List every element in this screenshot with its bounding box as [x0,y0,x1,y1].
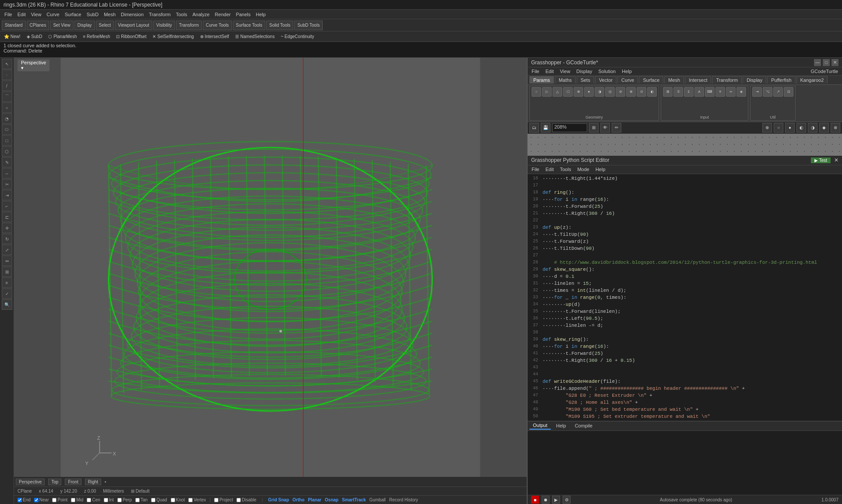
snap-smarttrack[interactable]: SmartTrack [342,497,366,502]
point-tool[interactable]: · [2,70,12,80]
output-tab-help[interactable]: Help [553,422,570,429]
freeform-tool[interactable]: ✎ [2,157,12,168]
snap-vertex[interactable]: Vertex [188,497,206,502]
gh-menu-solution[interactable]: Solution [596,68,618,74]
gh-icon-inf[interactable]: ∞ [726,87,736,97]
snap-gridsnap[interactable]: Grid Snap [268,497,289,502]
gh-canvas-btn-right7[interactable]: ⊗ [831,123,840,133]
gh-icon-grid[interactable]: ⊞ [663,87,673,97]
toolbar-standard[interactable]: Standard [2,21,26,30]
gh-tab-pufferfish[interactable]: Pufferfish [767,76,795,84]
gh-tab-sets[interactable]: Sets [577,76,594,84]
offset-tool[interactable]: ⊏ [2,212,12,222]
gh-canvas-btn-save[interactable]: 💾 [541,123,550,133]
gh-icon-triangle[interactable]: △ [553,87,562,97]
snap-record-history[interactable]: Record History [389,497,418,502]
gh-icon-slash[interactable]: ⊘ [616,87,625,97]
gh-icon-circle[interactable]: ○ [532,87,541,97]
gh-icon-ne[interactable]: ↗ [773,87,783,97]
gh-icon-option[interactable]: ⌥ [763,87,772,97]
gh-icon-diamond[interactable]: ◈ [736,87,746,97]
scale-tool[interactable]: ⤢ [2,245,12,255]
gh-canvas-btn-folder[interactable]: 🗂 [529,123,539,133]
gh-icon-text[interactable]: A [694,87,704,97]
gh-node-canvas[interactable] [528,134,842,156]
output-tab-compile[interactable]: Compile [571,422,596,429]
trim-tool[interactable]: ✂ [2,179,12,189]
gh-icon-x[interactable]: ⊗ [626,87,636,97]
menu-mesh[interactable]: Mesh [101,11,118,18]
py-menu-tools[interactable]: Tools [558,166,574,172]
main-viewport[interactable]: X Z Y [14,58,527,477]
menu-subd[interactable]: SubD [84,11,102,18]
py-editor-code-area[interactable]: 16 ········t.Right(1.44*size) 17 18 def … [528,174,842,421]
gh-canvas-btn-right5[interactable]: ◑ [808,123,817,133]
menu-dimension[interactable]: Dimension [118,11,146,18]
toolbar-subd-tools[interactable]: SubD Tools [294,21,323,30]
toolbar-cplanes[interactable]: CPlanes [27,21,49,30]
toolbar-surface-tools[interactable]: Surface Tools [233,21,265,30]
py-menu-help[interactable]: Help [593,166,608,172]
t2-ribbonoffset[interactable]: ⊡ RibbonOffset [114,33,148,40]
snap-planar[interactable]: Planar [308,497,321,502]
move-tool[interactable]: ✛ [2,223,12,233]
menu-file[interactable]: File [2,11,15,18]
gh-icon-keyboard[interactable]: ⌨ [705,87,715,97]
toolbar-setview[interactable]: Set View [50,21,73,30]
analyze-tool[interactable]: 🔍 [2,299,12,310]
toolbar-viewport-layout[interactable]: Viewport Layout [115,21,152,30]
snap-point[interactable]: Point [52,497,67,502]
gh-icon-hex[interactable]: ⬡ [563,87,573,97]
select-tool[interactable]: ↖ [2,59,12,69]
gh-tab-maths[interactable]: Maths [555,76,576,84]
fillet-tool[interactable]: ⌐ [2,201,12,211]
check-tool[interactable]: ✓ [2,288,12,299]
gh-canvas-btn-zoom-fit[interactable]: ⊞ [589,123,599,133]
viewport-nav-more[interactable]: • [105,480,106,484]
curve-tool[interactable]: ⌒ [2,91,12,102]
layers-tool[interactable]: ≡ [2,277,12,288]
t2-new[interactable]: ⭐ New! [2,33,23,40]
snap-near[interactable]: Near [34,497,49,502]
viewport-tab-perspective[interactable]: Perspective [16,479,45,485]
menu-analyze[interactable]: Analyze [190,11,212,18]
menu-surface[interactable]: Surface [62,11,84,18]
circle-tool[interactable]: ○ [2,102,12,113]
rotate-tool[interactable]: ↻ [2,234,12,244]
gh-menu-edit[interactable]: Edit [543,68,556,74]
gh-icon-ring[interactable]: ◎ [605,87,615,97]
gh-zoom-display[interactable]: 208% [552,123,587,132]
snap-int[interactable]: Int [104,497,114,502]
gh-icon-half1[interactable]: ◑ [595,87,604,97]
gh-icon-sq[interactable]: ⊡ [784,87,793,97]
gh-canvas-btn-right4[interactable]: ◐ [796,123,806,133]
snap-mid[interactable]: Mid [71,497,83,502]
py-menu-edit[interactable]: Edit [543,166,556,172]
viewport-tab-right[interactable]: Right [85,479,101,485]
toolbar-curve-tools[interactable]: Curve Tools [203,21,232,30]
arc-tool[interactable]: ◔ [2,113,12,124]
rectangle-tool[interactable]: □ [2,135,12,146]
menu-curve[interactable]: Curve [44,11,62,18]
toolbar-visibility[interactable]: Visibility [153,21,175,30]
menu-render[interactable]: Render [212,11,233,18]
gh-record-button[interactable]: ⏺ [542,496,550,504]
snap-quad[interactable]: Quad [151,497,167,502]
grid-tool[interactable]: ⊞ [2,266,12,277]
snap-gumball[interactable]: Gumball [369,497,385,502]
t2-refinemesh[interactable]: ≡ RefineMesh [81,33,113,40]
gh-icon-target[interactable]: ⊙ [637,87,646,97]
gh-tab-transform[interactable]: Transform [712,76,742,84]
gh-tab-curve[interactable]: Curve [617,76,638,84]
gh-minimize-button[interactable]: — [814,59,821,66]
gh-settings-button[interactable]: ⚙ [563,496,571,504]
t2-selselfintersecting[interactable]: ✕ SelSelfIntersecting [150,33,196,40]
gh-close-button[interactable]: ✕ [831,59,838,66]
t2-edgecontinuity[interactable]: ~ EdgeContinuity [278,33,316,40]
gh-tab-vector[interactable]: Vector [595,76,617,84]
gh-tab-intersect[interactable]: Intersect [685,76,711,84]
viewport-tab-front[interactable]: Front [65,479,81,485]
py-test-button[interactable]: ▶ Test [811,158,831,163]
gh-menu-display[interactable]: Display [574,68,594,74]
gh-canvas-btn-right3[interactable]: ● [785,123,795,133]
